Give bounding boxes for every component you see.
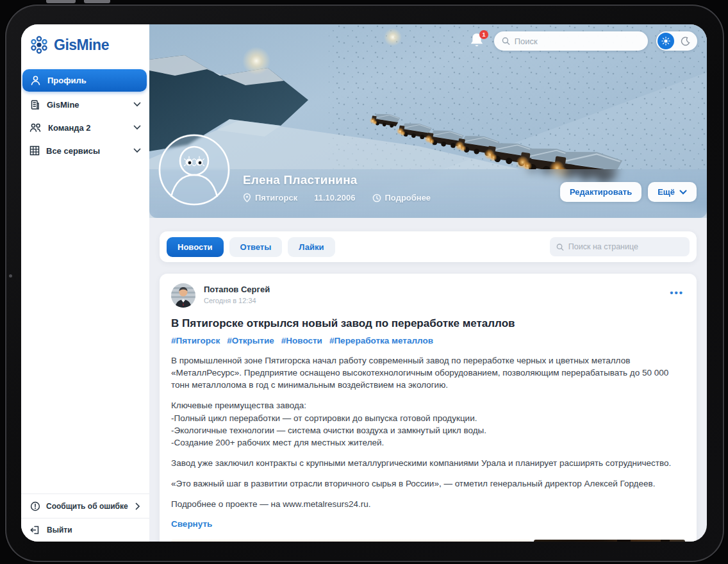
profile-details-label: Подробнее (385, 193, 431, 203)
volume-button-1 (46, 0, 76, 3)
profile-avatar[interactable] (158, 134, 230, 206)
googly-eyes (185, 156, 204, 165)
report-error-button[interactable]: Сообщить об ошибке (21, 494, 149, 518)
notification-badge: 1 (479, 30, 488, 39)
logout-label: Выйти (47, 526, 72, 535)
chevron-right-icon (135, 502, 140, 510)
more-button[interactable]: Ещё (648, 182, 697, 202)
post-title: В Пятигорске открылся новый завод по пер… (171, 317, 685, 330)
post-paragraph: Завод уже заключил контракты с крупными … (171, 457, 685, 469)
hashtag[interactable]: #Открытие (227, 336, 274, 345)
report-error-label: Сообщить об ошибке (46, 502, 128, 511)
profile-meta: Пятигорск 11.10.2006 Подробнее (243, 193, 431, 203)
sidebar-item-team[interactable]: Команда 2 (21, 116, 149, 139)
sidebar-item-label: Все сервисы (46, 146, 100, 156)
sun-icon (661, 37, 670, 46)
machinery-slab (617, 540, 631, 542)
sidebar-nav: Профиль GisMine (21, 64, 149, 162)
sidebar-item-label: Команда 2 (48, 123, 91, 133)
chevron-down-icon (679, 190, 687, 195)
sidebar: GisMine Профиль GisMine (21, 24, 149, 542)
main-area: 1 (149, 24, 707, 542)
building-icon (29, 99, 40, 110)
gismine-logo-icon (29, 35, 49, 54)
volume-button-2 (84, 0, 110, 3)
post-body: В промышленной зоне Пятигорска начал раб… (171, 354, 685, 511)
post-card: Потапов Сергей Сегодня в 12:34 ••• В Пят… (160, 274, 697, 542)
logout-button[interactable]: Выйти (21, 518, 149, 542)
hashtag[interactable]: #Переработка металлов (329, 336, 433, 345)
post-hashtags: #Пятигорск#Открытие#Новости#Переработка … (171, 335, 685, 346)
tab-news[interactable]: Новости (167, 237, 224, 257)
sidebar-item-label: GisMine (47, 100, 79, 110)
tab-replies[interactable]: Ответы (229, 237, 283, 257)
post-timestamp: Сегодня в 12:34 (204, 297, 270, 304)
collapse-post-link[interactable]: Свернуть (171, 519, 212, 529)
profile-details-link[interactable]: Подробнее (372, 193, 431, 203)
light-theme-button[interactable] (658, 33, 674, 49)
post-images (171, 540, 685, 542)
global-search-input[interactable] (515, 37, 640, 46)
profile-banner: 1 (149, 24, 707, 218)
post-paragraph: Подробнее о проекте — на www.metalresurs… (171, 498, 685, 510)
more-button-label: Ещё (658, 187, 675, 197)
post-author-block: Потапов Сергей Сегодня в 12:34 (204, 283, 270, 304)
logout-icon (30, 525, 41, 535)
post-author-name[interactable]: Потапов Сергей (204, 285, 270, 294)
moon-icon (681, 37, 690, 46)
location-pin-icon (243, 193, 251, 203)
post-header: Потапов Сергей Сегодня в 12:34 ••• (171, 283, 685, 308)
details-icon (372, 194, 381, 203)
sidebar-spacer (21, 162, 149, 494)
post-author-avatar[interactable] (171, 283, 195, 308)
error-icon (30, 501, 40, 511)
tab-likes[interactable]: Лайки (288, 237, 335, 257)
post-menu-button[interactable]: ••• (668, 283, 685, 302)
profile-tabs-bar: Новости Ответы Лайки (160, 231, 697, 262)
profile-birth-date: 11.10.2006 (314, 193, 355, 203)
profile-summary: Елена Пластинина Пятигорск 11.10.2006 (243, 173, 431, 203)
chevron-down-icon (133, 125, 141, 130)
edit-profile-button[interactable]: Редактировать (560, 182, 641, 202)
app-screen: GisMine Профиль GisMine (21, 24, 707, 542)
notifications-button[interactable]: 1 (469, 32, 486, 50)
tablet-mockup: { "colors": { "accent": "#1472d8", "badg… (0, 0, 728, 564)
sidebar-item-profile[interactable]: Профиль (22, 69, 147, 92)
team-icon (29, 122, 42, 133)
profile-actions: Редактировать Ещё (560, 182, 697, 202)
grid-icon (29, 145, 40, 156)
chevron-down-icon (133, 148, 141, 153)
machinery-slab (661, 540, 670, 542)
sidebar-item-gismine[interactable]: GisMine (21, 93, 149, 116)
chevron-down-icon (133, 102, 141, 107)
post-image-sunset-plant[interactable] (171, 540, 531, 542)
post-paragraph: Ключевые преимущества завода: -Полный ци… (171, 399, 685, 449)
side-camera-dot (9, 274, 12, 278)
avatar-placeholder-icon (158, 134, 230, 206)
search-icon (502, 37, 510, 46)
post-paragraph: «Это важный шаг в развитии отрасли втори… (171, 477, 685, 490)
sidebar-item-all-services[interactable]: Все сервисы (21, 139, 149, 162)
author-photo (171, 283, 195, 308)
post-image-foundry[interactable] (534, 540, 686, 542)
profile-name: Елена Пластинина (243, 173, 431, 187)
topbar: 1 (469, 31, 697, 51)
search-icon (556, 243, 564, 251)
person-icon (30, 75, 41, 86)
sidebar-item-label: Профиль (47, 76, 87, 85)
hashtag[interactable]: #Пятигорск (171, 336, 220, 345)
page-search[interactable] (550, 237, 690, 256)
page-search-input[interactable] (568, 242, 683, 251)
hashtag[interactable]: #Новости (281, 336, 322, 345)
sidebar-footer: Сообщить об ошибке Выйти (21, 494, 149, 542)
post-paragraph: В промышленной зоне Пятигорска начал раб… (171, 354, 685, 391)
app-title: GisMine (54, 37, 109, 54)
profile-location: Пятигорск (243, 193, 297, 203)
profile-location-label: Пятигорск (255, 193, 297, 203)
app-logo[interactable]: GisMine (21, 24, 149, 64)
theme-toggle (656, 31, 697, 51)
dark-theme-button[interactable] (674, 37, 696, 46)
global-search[interactable] (494, 31, 648, 51)
